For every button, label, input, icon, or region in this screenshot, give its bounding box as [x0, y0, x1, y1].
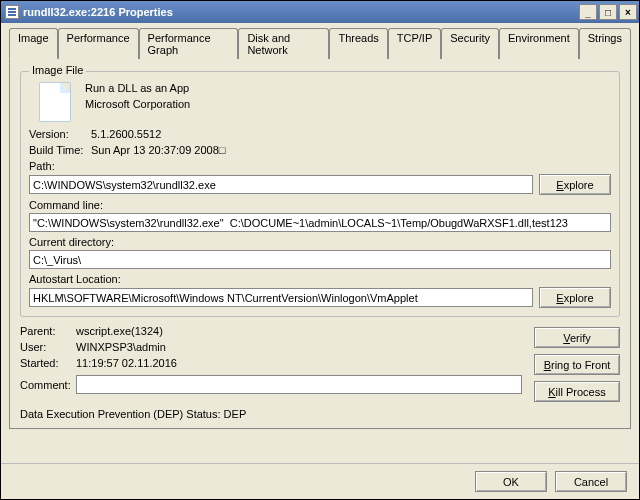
tab-performance[interactable]: Performance: [58, 28, 139, 59]
comment-input[interactable]: [76, 375, 522, 394]
tab-disk-network[interactable]: Disk and Network: [238, 28, 329, 59]
tab-image[interactable]: Image: [9, 28, 58, 59]
tab-tcpip[interactable]: TCP/IP: [388, 28, 441, 59]
window-icon: [5, 5, 19, 19]
image-file-group: Image File Run a DLL as an App Microsoft…: [20, 71, 620, 317]
bring-to-front-button[interactable]: Bring to Front: [534, 354, 620, 375]
path-input[interactable]: [29, 175, 533, 194]
file-company: Microsoft Corporation: [85, 98, 190, 110]
cmdline-label: Command line:: [29, 199, 611, 211]
minimize-button[interactable]: _: [579, 4, 597, 20]
dep-status: Data Execution Prevention (DEP) Status: …: [20, 408, 522, 420]
maximize-button[interactable]: □: [599, 4, 617, 20]
tab-strings[interactable]: Strings: [579, 28, 631, 59]
tab-environment[interactable]: Environment: [499, 28, 579, 59]
tab-security[interactable]: Security: [441, 28, 499, 59]
file-icon: [39, 82, 71, 122]
kill-process-button[interactable]: Kill Process: [534, 381, 620, 402]
window-title: rundll32.exe:2216 Properties: [23, 6, 173, 18]
user-value: WINXPSP3\admin: [76, 341, 166, 353]
cmdline-input[interactable]: [29, 213, 611, 232]
autostart-label: Autostart Location:: [29, 273, 611, 285]
autostart-input[interactable]: [29, 288, 533, 307]
started-label: Started:: [20, 357, 76, 369]
group-legend: Image File: [29, 64, 86, 76]
version-label: Version:: [29, 128, 91, 140]
tab-strip: Image Performance Performance Graph Disk…: [9, 27, 631, 59]
title-bar: rundll32.exe:2216 Properties _ □ ×: [1, 1, 639, 23]
started-value: 11:19:57 02.11.2016: [76, 357, 177, 369]
buildtime-label: Build Time:: [29, 144, 91, 156]
comment-label: Comment:: [20, 379, 76, 391]
dialog-footer: OK Cancel: [1, 463, 639, 499]
buildtime-value: Sun Apr 13 20:37:09 2008□: [91, 144, 225, 156]
content: Image Performance Performance Graph Disk…: [1, 23, 639, 433]
path-label: Path:: [29, 160, 611, 172]
curdir-label: Current directory:: [29, 236, 611, 248]
explore-autostart-button[interactable]: Explore: [539, 287, 611, 308]
parent-value: wscript.exe(1324): [76, 325, 163, 337]
explore-path-button[interactable]: Explore: [539, 174, 611, 195]
user-label: User:: [20, 341, 76, 353]
close-button[interactable]: ×: [619, 4, 637, 20]
ok-button[interactable]: OK: [475, 471, 547, 492]
curdir-input[interactable]: [29, 250, 611, 269]
parent-label: Parent:: [20, 325, 76, 337]
file-description: Run a DLL as an App: [85, 82, 190, 94]
cancel-button[interactable]: Cancel: [555, 471, 627, 492]
tab-panel: Image File Run a DLL as an App Microsoft…: [9, 59, 631, 429]
version-value: 5.1.2600.5512: [91, 128, 161, 140]
verify-button[interactable]: Verify: [534, 327, 620, 348]
tab-threads[interactable]: Threads: [329, 28, 387, 59]
tab-performance-graph[interactable]: Performance Graph: [139, 28, 239, 59]
